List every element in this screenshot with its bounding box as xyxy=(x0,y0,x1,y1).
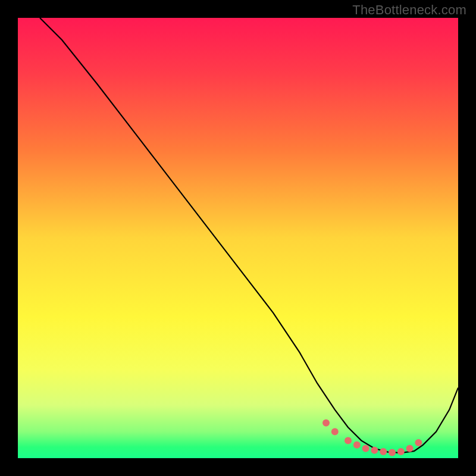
chart-marker xyxy=(380,448,387,455)
chart-background xyxy=(18,18,458,458)
chart-marker xyxy=(406,445,414,452)
chart-marker xyxy=(322,419,330,427)
chart-marker xyxy=(389,449,396,456)
chart-marker xyxy=(362,445,369,452)
chart-marker xyxy=(331,428,339,436)
chart-marker xyxy=(397,448,405,455)
chart-marker xyxy=(345,437,352,444)
watermark-label: TheBottleneck.com xyxy=(352,2,466,18)
chart-plot-area xyxy=(18,18,458,458)
chart-marker xyxy=(415,439,422,446)
chart-marker xyxy=(353,441,361,449)
chart-marker xyxy=(371,447,378,454)
chart-svg xyxy=(18,18,458,458)
